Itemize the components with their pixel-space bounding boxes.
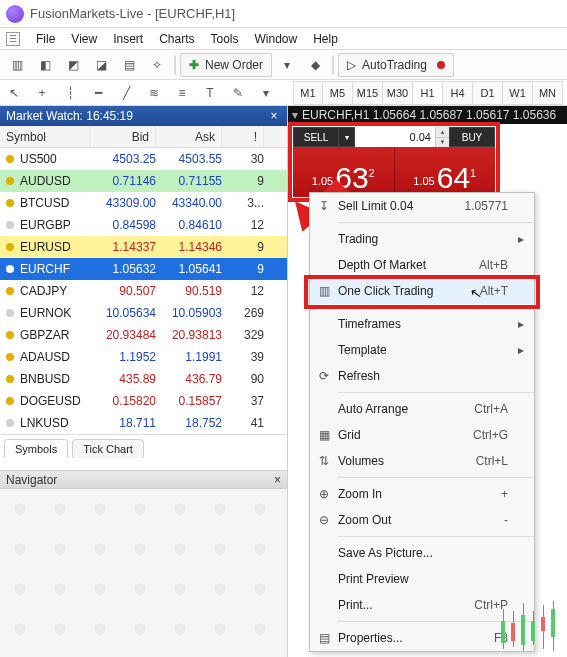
bid: 435.89 <box>96 372 162 386</box>
timeframe-m15[interactable]: M15 <box>353 81 383 105</box>
market-watch-tabs: Symbols Tick Chart <box>0 434 287 458</box>
menu-charts[interactable]: Charts <box>151 30 202 48</box>
buy-price[interactable]: 1.05 64 1 <box>395 147 496 197</box>
menu-view[interactable]: View <box>63 30 105 48</box>
close-icon[interactable]: × <box>274 473 281 487</box>
crosshair-tool-icon[interactable]: + <box>32 83 52 103</box>
market-watch-row[interactable]: BTCUSD43309.0043340.003... <box>0 192 287 214</box>
menu-help[interactable]: Help <box>305 30 346 48</box>
menu-item[interactable]: ↧Sell Limit 0.041.05771 <box>310 193 534 219</box>
fibo-tool-icon[interactable]: ≡ <box>172 83 192 103</box>
menu-item[interactable]: Depth Of MarketAlt+B <box>310 252 534 278</box>
market-watch-row[interactable]: GBPZAR20.9348420.93813329 <box>0 324 287 346</box>
menu-separator <box>338 222 534 223</box>
menu-item[interactable]: Print Preview <box>310 566 534 592</box>
market-watch-row[interactable]: EURUSD1.143371.143469 <box>0 236 287 258</box>
market-watch-row[interactable]: CADJPY90.50790.51912 <box>0 280 287 302</box>
market-watch-row[interactable]: EURGBP0.845980.8461012 <box>0 214 287 236</box>
chart-area[interactable]: ▾ EURCHF,H1 1.05664 1.05687 1.05617 1.05… <box>288 106 567 657</box>
market-watch-icon[interactable]: ◩ <box>60 53 86 77</box>
market-watch-row[interactable]: AUDUSD0.711460.711559 <box>0 170 287 192</box>
trendline-tool-icon[interactable]: ╱ <box>116 83 136 103</box>
channel-tool-icon[interactable]: ≋ <box>144 83 164 103</box>
buy-button[interactable]: BUY <box>449 127 495 147</box>
volume-input[interactable]: 0.04 <box>355 127 435 147</box>
menu-item-label: Save As Picture... <box>338 546 462 560</box>
market-watch-row[interactable]: DOGEUSD0.158200.1585737 <box>0 390 287 412</box>
timeframe-w1[interactable]: W1 <box>503 81 533 105</box>
timeframe-d1[interactable]: D1 <box>473 81 503 105</box>
menu-item-label: Template <box>338 343 462 357</box>
ask: 1.05641 <box>162 262 228 276</box>
menu-item-icon: ⊖ <box>310 513 338 527</box>
vline-tool-icon[interactable]: ┆ <box>60 83 80 103</box>
system-menu-icon[interactable]: ☰ <box>6 32 20 46</box>
menu-item[interactable]: ⇅VolumesCtrl+L <box>310 448 534 474</box>
menu-item-shortcut: + <box>462 487 518 501</box>
menu-item[interactable]: Trading▸ <box>310 226 534 252</box>
cursor-tool-icon[interactable]: ↖ <box>4 83 24 103</box>
expert-icon[interactable]: ◆ <box>302 53 328 77</box>
market-watch-row[interactable]: LNKUSD18.71118.75241 <box>0 412 287 434</box>
new-order-button[interactable]: ✚ New Order <box>180 53 272 77</box>
ask: 43340.00 <box>162 196 228 210</box>
chart-window-icon[interactable]: ▥ <box>4 53 30 77</box>
tab-symbols[interactable]: Symbols <box>4 439 68 458</box>
market-watch-body: US5004503.254503.5530AUDUSD0.711460.7115… <box>0 148 287 434</box>
menu-item[interactable]: ⊖Zoom Out- <box>310 507 534 533</box>
col-symbol[interactable]: Symbol <box>0 126 90 147</box>
menu-item[interactable]: Save As Picture... <box>310 540 534 566</box>
hline-tool-icon[interactable]: ━ <box>88 83 108 103</box>
menu-item-icon: ⊕ <box>310 487 338 501</box>
menu-item-label: Timeframes <box>338 317 462 331</box>
dropdown-icon[interactable]: ▾ <box>292 108 298 122</box>
market-watch-row[interactable]: US5004503.254503.5530 <box>0 148 287 170</box>
price-pip: 2 <box>369 167 375 179</box>
chart-type-icon[interactable]: ▾ <box>274 53 300 77</box>
navigator-body[interactable] <box>0 489 287 657</box>
label-tool-icon[interactable]: ✎ <box>228 83 248 103</box>
terminal-icon[interactable]: ▤ <box>116 53 142 77</box>
col-ask[interactable]: Ask <box>156 126 222 147</box>
symbol: LNKUSD <box>20 416 96 430</box>
col-spread[interactable]: ! <box>222 126 264 147</box>
spread: 37 <box>228 394 270 408</box>
menu-tools[interactable]: Tools <box>203 30 247 48</box>
timeframe-m5[interactable]: M5 <box>323 81 353 105</box>
market-watch-row[interactable]: ADAUSD1.19521.199139 <box>0 346 287 368</box>
menu-item[interactable]: ▥One Click TradingAlt+T <box>310 278 534 304</box>
menu-file[interactable]: File <box>28 30 63 48</box>
market-watch-row[interactable]: EURNOK10.0563410.05903269 <box>0 302 287 324</box>
close-icon[interactable]: × <box>267 109 281 123</box>
menu-item[interactable]: ⊕Zoom In+ <box>310 481 534 507</box>
timeframe-h4[interactable]: H4 <box>443 81 473 105</box>
menu-item-label: Trading <box>338 232 462 246</box>
timeframe-m30[interactable]: M30 <box>383 81 413 105</box>
menu-item[interactable]: Timeframes▸ <box>310 311 534 337</box>
plus-icon: ✚ <box>189 58 199 72</box>
menu-item[interactable]: Auto ArrangeCtrl+A <box>310 396 534 422</box>
menu-item-label: Auto Arrange <box>338 402 462 416</box>
status-dot-icon <box>6 397 14 405</box>
timeframe-h1[interactable]: H1 <box>413 81 443 105</box>
volume-stepper[interactable]: ▲▼ <box>435 127 449 147</box>
autotrading-button[interactable]: ▷ AutoTrading <box>338 53 454 77</box>
timeframe-mn[interactable]: MN <box>533 81 563 105</box>
shapes-tool-icon[interactable]: ▾ <box>256 83 276 103</box>
col-bid[interactable]: Bid <box>90 126 156 147</box>
navigator-icon[interactable]: ◪ <box>88 53 114 77</box>
menu-window[interactable]: Window <box>247 30 306 48</box>
timeframe-m1[interactable]: M1 <box>293 81 323 105</box>
text-tool-icon[interactable]: T <box>200 83 220 103</box>
profiles-icon[interactable]: ◧ <box>32 53 58 77</box>
market-watch-row[interactable]: BNBUSD435.89436.7990 <box>0 368 287 390</box>
menu-item[interactable]: ⟳Refresh <box>310 363 534 389</box>
menu-item[interactable]: Template▸ <box>310 337 534 363</box>
settings-icon[interactable]: ✧ <box>144 53 170 77</box>
menu-insert[interactable]: Insert <box>105 30 151 48</box>
market-watch-row[interactable]: EURCHF1.056321.056419 <box>0 258 287 280</box>
sell-dropdown[interactable]: ▾ <box>339 127 355 147</box>
sell-button[interactable]: SELL <box>293 127 339 147</box>
tab-tick-chart[interactable]: Tick Chart <box>72 439 144 458</box>
menu-item[interactable]: ▦GridCtrl+G <box>310 422 534 448</box>
